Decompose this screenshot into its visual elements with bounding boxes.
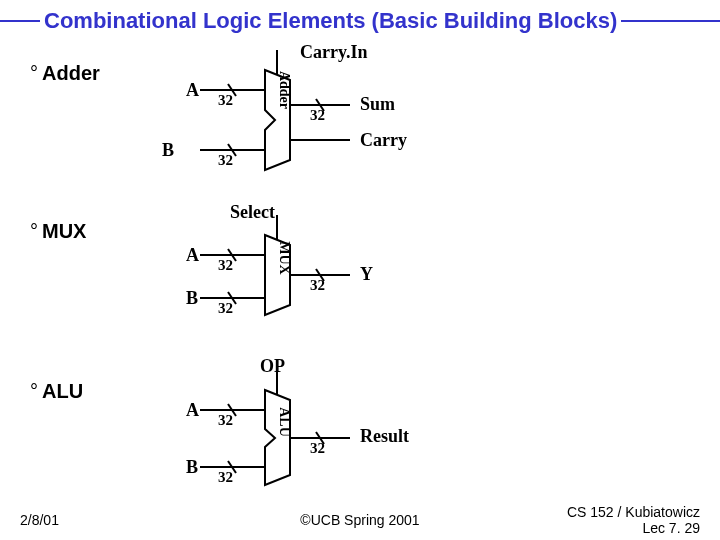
mux-input-b: B <box>186 288 198 309</box>
mux-bus-b: 32 <box>218 300 233 317</box>
heading-adder: Adder <box>42 62 100 84</box>
alu-result-label: Result <box>360 426 409 447</box>
adder-sum-label: Sum <box>360 94 395 115</box>
alu-input-b: B <box>186 457 198 478</box>
alu-bus-out: 32 <box>310 440 325 457</box>
heading-alu: ALU <box>42 380 83 402</box>
footer-course-line2: Lec 7. 29 <box>642 520 700 536</box>
title-rule-right <box>621 20 720 22</box>
mux-bus-a: 32 <box>218 257 233 274</box>
mux-y-label: Y <box>360 264 373 285</box>
alu-bus-b: 32 <box>218 469 233 486</box>
adder-bus-b: 32 <box>218 152 233 169</box>
adder-block-label: Adder <box>277 71 292 109</box>
heading-mux: MUX <box>42 220 86 242</box>
adder-carry-label: Carry <box>360 130 407 151</box>
adder-input-b: B <box>162 140 174 161</box>
title-row: Combinational Logic Elements (Basic Buil… <box>0 8 720 34</box>
mux-select-label: Select <box>230 202 275 223</box>
title-rule-left <box>0 20 40 22</box>
bullet-alu: °ALU <box>30 380 83 403</box>
alu-shape <box>265 390 290 485</box>
mux-input-a: A <box>186 245 199 266</box>
adder-bus-out: 32 <box>310 107 325 124</box>
page-title: Combinational Logic Elements (Basic Buil… <box>40 8 621 34</box>
bullet-mux: °MUX <box>30 220 86 243</box>
alu-block-label: ALU <box>277 407 292 437</box>
footer-course: CS 152 / Kubiatowicz Lec 7. 29 <box>567 504 700 536</box>
adder-bus-a: 32 <box>218 92 233 109</box>
adder-carryin-label: Carry.In <box>300 42 368 63</box>
mux-block-label: MUX <box>277 241 292 274</box>
alu-bus-a: 32 <box>218 412 233 429</box>
adder-input-a: A <box>186 80 199 101</box>
alu-op-label: OP <box>260 356 285 377</box>
footer-course-line1: CS 152 / Kubiatowicz <box>567 504 700 520</box>
alu-input-a: A <box>186 400 199 421</box>
bullet-adder: °Adder <box>30 62 100 85</box>
mux-bus-out: 32 <box>310 277 325 294</box>
